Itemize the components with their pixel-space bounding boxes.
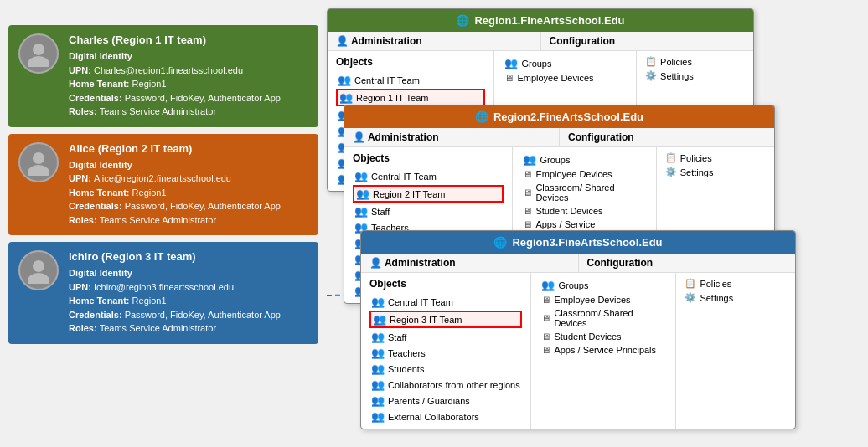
alice-creds-label: Credentials: [69, 201, 125, 211]
region3-objects: Objects 👥 Central IT Team 👥 Region 3 IT … [361, 273, 531, 429]
ichiro-card: Ichiro (Region 3 IT team) Digital Identi… [8, 242, 318, 344]
region2-subheader: 👤 Administration Configuration [344, 128, 774, 147]
device-icon-r2-4: 🖥 [523, 219, 532, 229]
region2-header: 🌐 Region2.FineArtsSchool.Edu [344, 105, 774, 128]
region1-central-it[interactable]: 👥 Central IT Team [336, 73, 485, 87]
region2-config-header: Configuration [560, 128, 774, 147]
charles-info: Charles (Region 1 IT team) Digital Ident… [69, 33, 308, 119]
region3-title: Region3.FineArtsSchool.Edu [512, 236, 662, 249]
policy-icon-r3: 📋 [685, 278, 696, 289]
charles-creds-label: Credentials: [69, 93, 125, 103]
region2-groups-item[interactable]: 👥 Groups [521, 152, 647, 167]
region3-group-list: 👥 Groups 🖥 Employee Devices 🖥 Classroom/… [540, 278, 667, 356]
group-icon: 👥 [504, 57, 518, 69]
region1-objects-header: Objects [336, 56, 485, 68]
region2-staff[interactable]: 👥 Staff [353, 204, 504, 218]
region3-collaborators[interactable]: 👥 Collaborators from other regions [369, 378, 522, 392]
region1-header: 🌐 Region1.FineArtsSchool.Edu [328, 9, 753, 32]
region2-apps[interactable]: 🖥 Apps / Service [521, 218, 647, 230]
region2-admin-icon: 👤 [353, 131, 368, 143]
region3-teachers[interactable]: 👥 Teachers [369, 346, 522, 360]
charles-roles: Teams Service Administrator [100, 106, 216, 116]
ichiro-roles-label: Roles: [69, 323, 100, 333]
region3-admin-icon: 👤 [369, 257, 385, 269]
region3-classroom-devices[interactable]: 🖥 Classroom/ Shared Devices [540, 307, 667, 329]
device-icon-r3-2: 🖥 [541, 313, 550, 323]
people-icon-r3-5: 👥 [371, 362, 385, 375]
people-icon: 👥 [338, 74, 351, 86]
group-icon-r3-1: 👥 [541, 279, 555, 291]
ichiro-info: Ichiro (Region 3 IT team) Digital Identi… [69, 250, 308, 336]
settings-icon: ⚙️ [645, 70, 657, 81]
region1-region-team[interactable]: 👥 Region 1 IT Team [336, 89, 485, 106]
region3-external[interactable]: 👥 External Collaborators [369, 409, 522, 424]
alice-name: Alice (Region 2 IT team) [69, 142, 308, 155]
region2-central-it[interactable]: 👥 Central IT Team [353, 169, 504, 183]
region3-groups-item[interactable]: 👥 Groups [540, 278, 667, 292]
region3-groups: 👥 Groups 🖥 Employee Devices 🖥 Classroom/… [531, 273, 676, 429]
region1-policies[interactable]: 📋 Policies [645, 56, 745, 67]
alice-digital-label: Digital Identity [69, 160, 132, 170]
people-icon-r3-4: 👥 [371, 347, 385, 359]
region3-students[interactable]: 👥 Students [369, 362, 522, 376]
people-icon-r2-1: 👥 [354, 170, 368, 182]
people-icon-r3-7: 👥 [371, 394, 385, 407]
region3-subheader: 👤 Administration Configuration [361, 254, 795, 273]
region3-config-list: 📋 Policies ⚙️ Settings [685, 278, 787, 303]
region1-admin-header: 👤 Administration [328, 32, 541, 51]
settings-icon-r3: ⚙️ [685, 292, 696, 303]
group-icon-r2-1: 👥 [523, 153, 536, 166]
region2-policies[interactable]: 📋 Policies [665, 152, 766, 163]
region3-parents[interactable]: 👥 Parents / Guardians [369, 393, 522, 408]
device-icon-r2-3: 🖥 [523, 206, 532, 216]
policy-icon: 📋 [645, 56, 657, 67]
region1-config-list: 📋 Policies ⚙️ Settings [645, 56, 745, 81]
region1-title: Region1.FineArtsSchool.Edu [474, 14, 624, 27]
alice-tenant-label: Home Tenant: [69, 188, 132, 198]
region2-settings[interactable]: ⚙️ Settings [665, 167, 766, 177]
region2-globe-icon: 🌐 [475, 110, 488, 123]
ichiro-detail: Digital Identity UPN: Ichiro@region3.fin… [69, 266, 308, 336]
people-icon-2: 👥 [339, 91, 353, 104]
region3-emp-devices[interactable]: 🖥 Employee Devices [540, 294, 667, 306]
region3-policies[interactable]: 📋 Policies [685, 278, 787, 289]
region1-emp-devices[interactable]: 🖥 Employee Devices [503, 72, 628, 84]
svg-point-2 [33, 152, 44, 164]
region2-student-devices[interactable]: 🖥 Student Devices [521, 205, 647, 217]
region2-region-team[interactable]: 👥 Region 2 IT Team [353, 185, 504, 203]
device-icon-r2-2: 🖥 [523, 188, 532, 198]
region3-panel: 🌐 Region3.FineArtsSchool.Edu 👤 Administr… [360, 230, 796, 429]
alice-tenant: Region1 [132, 188, 167, 198]
charles-card: Charles (Region 1 IT team) Digital Ident… [8, 25, 318, 127]
region2-objects-header: Objects [353, 152, 504, 164]
region1-globe-icon: 🌐 [456, 14, 469, 27]
region3-staff[interactable]: 👥 Staff [369, 330, 522, 344]
region3-config: 📋 Policies ⚙️ Settings [676, 273, 795, 429]
ichiro-creds: Password, FidoKey, Authenticator App [125, 310, 281, 320]
region1-groups-item[interactable]: 👥 Groups [503, 56, 628, 70]
ichiro-upn: Ichiro@region3.fineartsschool.edu [94, 282, 234, 292]
region3-settings[interactable]: ⚙️ Settings [685, 292, 787, 303]
charles-tenant: Region1 [132, 79, 167, 89]
people-icon-r3-2: 👥 [373, 313, 386, 326]
region2-classroom-devices[interactable]: 🖥 Classroom/ Shared Devices [521, 182, 647, 203]
charles-creds: Password, FidoKey, Authenticator App [125, 93, 281, 103]
region1-settings[interactable]: ⚙️ Settings [645, 70, 745, 81]
region3-student-devices[interactable]: 🖥 Student Devices [540, 331, 667, 342]
region3-apps[interactable]: 🖥 Apps / Service Principals [540, 344, 667, 356]
alice-upn: Alice@region2.fineartsschool.edu [94, 173, 231, 183]
alice-avatar [18, 142, 59, 182]
device-icon-r3-1: 🖥 [541, 295, 550, 305]
device-icon-r3-4: 🖥 [541, 345, 550, 355]
region1-config-header: Configuration [541, 32, 754, 51]
ichiro-tenant: Region1 [132, 295, 167, 306]
region3-central-it[interactable]: 👥 Central IT Team [369, 295, 522, 309]
charles-avatar [18, 33, 59, 74]
device-icon: 🖥 [504, 73, 514, 83]
charles-upn-label: UPN: [69, 65, 94, 75]
ichiro-creds-label: Credentials: [69, 310, 125, 320]
charles-roles-label: Roles: [69, 106, 100, 116]
region2-emp-devices[interactable]: 🖥 Employee Devices [521, 168, 647, 180]
region2-admin-header: 👤 Administration [344, 128, 560, 147]
region3-region-team[interactable]: 👥 Region 3 IT Team [369, 311, 522, 328]
